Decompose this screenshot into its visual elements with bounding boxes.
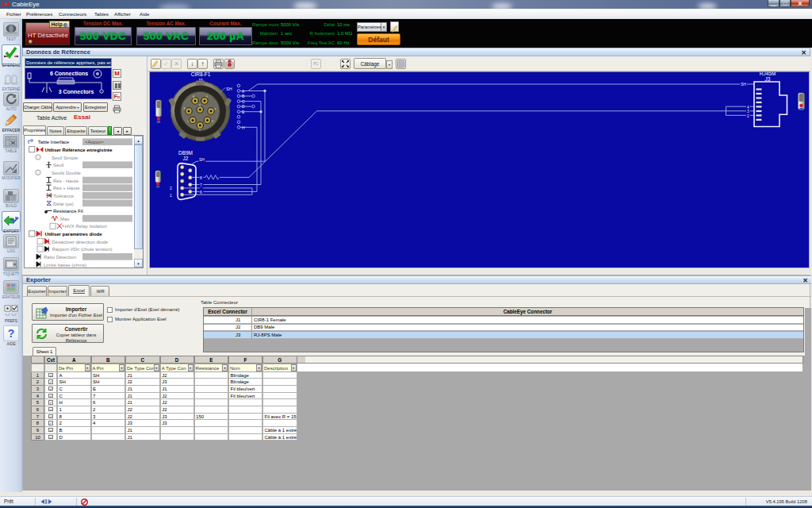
svg-text:E: E: [212, 120, 213, 123]
svg-text:HVX Relay Isolation: HVX Relay Isolation: [65, 224, 107, 229]
svg-text:C: C: [242, 99, 245, 104]
svg-text:Limite basse (ohms): Limite basse (ohms): [44, 263, 86, 267]
svg-text:SH: SH: [199, 157, 205, 162]
svg-text:2: 2: [747, 114, 749, 118]
svg-text:SH: SH: [226, 87, 232, 91]
svg-text:J3: J3: [765, 76, 771, 82]
svg-text:Seuil: Seuil: [53, 163, 63, 167]
svg-text:Rapport VDir (chute tension): Rapport VDir (chute tension): [52, 247, 113, 252]
svg-text:Max: Max: [60, 217, 69, 221]
svg-text:<Aucun>: <Aucun>: [85, 140, 105, 144]
svg-text:Rés + Haute: Rés + Haute: [53, 186, 80, 190]
svg-text:2: 2: [170, 186, 172, 190]
svg-text:Table Interface: Table Interface: [38, 140, 70, 144]
svg-text:Ratio Détection: Ratio Détection: [44, 255, 76, 260]
svg-text:Utiliser Référence enregistrée: Utiliser Référence enregistrée: [45, 148, 113, 152]
svg-text:J2: J2: [183, 156, 189, 161]
svg-text:Seuils Double: Seuils Double: [52, 171, 82, 175]
svg-text:Tolérance: Tolérance: [53, 194, 75, 198]
svg-text:7: 7: [200, 183, 202, 187]
svg-text:Délai (µs): Délai (µs): [53, 202, 74, 206]
svg-text:3 Connectors: 3 Connectors: [59, 89, 94, 94]
svg-text:6 Connections: 6 Connections: [50, 71, 88, 76]
svg-text:F: F: [215, 108, 216, 111]
svg-text:D: D: [242, 104, 245, 109]
svg-text:H: H: [242, 125, 245, 130]
svg-text:6: 6: [200, 190, 202, 194]
svg-text:Résistance Fil: Résistance Fil: [53, 209, 83, 214]
svg-text:RJ45M: RJ45M: [760, 72, 776, 76]
svg-text:Utiliser paramètres diode: Utiliser paramètres diode: [45, 232, 103, 237]
svg-text:B: B: [184, 107, 186, 110]
svg-text:Rés - Haute: Rés - Haute: [53, 179, 79, 183]
svg-text:CIR8-F1: CIR8-F1: [191, 72, 211, 77]
svg-text:8: 8: [200, 175, 202, 180]
svg-text:SH: SH: [741, 82, 746, 87]
svg-text:1: 1: [170, 193, 172, 198]
svg-text:Désactiver détection diode: Désactiver détection diode: [52, 240, 109, 244]
svg-text:Seuil Simple: Seuil Simple: [52, 156, 79, 160]
svg-text:DB9M: DB9M: [178, 150, 193, 156]
